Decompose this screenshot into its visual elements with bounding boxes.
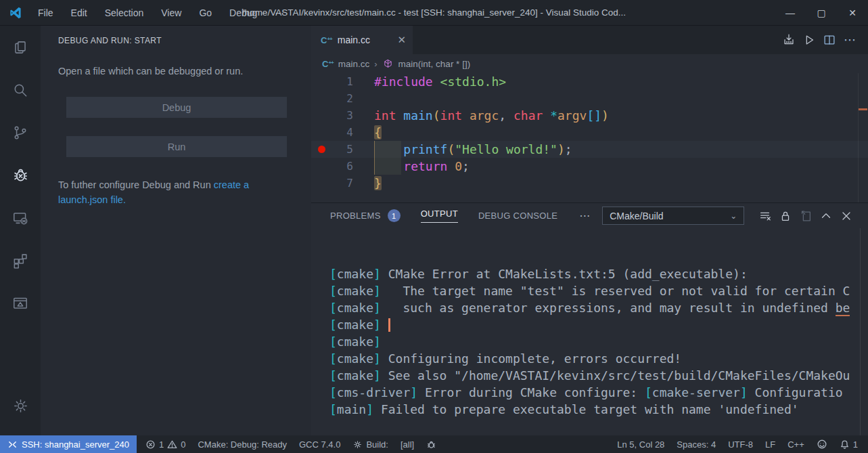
feedback-smiley-icon[interactable] — [810, 435, 833, 453]
build-button[interactable]: Build: — [346, 435, 394, 453]
open-output-in-editor-icon — [796, 206, 816, 226]
breadcrumb-file[interactable]: main.cc — [338, 59, 370, 69]
menu-go[interactable]: Go — [190, 0, 221, 25]
debug-button[interactable]: Debug — [66, 97, 287, 118]
cmake-tools-icon[interactable] — [0, 282, 41, 324]
indentation[interactable]: Spaces: 4 — [670, 435, 722, 453]
panel-tab-problems[interactable]: PROBLEMS1 — [330, 209, 401, 222]
code-line-5[interactable]: 5 printf("Hello world!"); — [311, 141, 868, 158]
maximize-button[interactable]: ▢ — [806, 0, 837, 25]
scroll-lock-icon[interactable] — [775, 206, 796, 226]
output-line: [cmake] — [329, 316, 868, 333]
cpp-file-icon: C++ — [322, 59, 334, 69]
code-line-6[interactable]: 6 return 0; — [311, 158, 868, 175]
problems-status[interactable]: 1 0 — [139, 435, 191, 453]
more-actions-icon[interactable]: ⋯ — [840, 30, 860, 50]
build-label: Build: — [366, 439, 388, 450]
run-and-debug-icon[interactable] — [0, 154, 41, 196]
gutter[interactable]: 7 — [311, 175, 353, 192]
tab-close-icon[interactable]: ✕ — [397, 34, 406, 46]
notifications-bell[interactable]: 1 — [833, 435, 864, 453]
gear-icon — [352, 439, 363, 450]
cpp-file-icon: C++ — [321, 35, 332, 45]
language-mode[interactable]: C++ — [781, 435, 810, 453]
bell-icon — [840, 439, 850, 450]
tab-bar: C++ main.cc ✕ ⋯ — [311, 26, 868, 54]
output-scrollbar[interactable] — [860, 228, 861, 435]
code-line-2[interactable]: 2 — [311, 90, 868, 107]
error-icon — [145, 439, 156, 450]
eol-sequence[interactable]: LF — [759, 435, 781, 453]
minimize-button[interactable]: — — [775, 0, 806, 25]
source-control-icon[interactable] — [0, 111, 41, 154]
output-line: [cms-driver] Error during CMake configur… — [329, 384, 868, 401]
code-line-7[interactable]: 7} — [311, 175, 868, 192]
gutter[interactable]: 3 — [311, 107, 353, 124]
bug-icon — [426, 439, 436, 450]
compiler-kit[interactable]: GCC 7.4.0 — [293, 435, 346, 453]
gutter[interactable]: 2 — [311, 90, 353, 107]
notification-count: 1 — [853, 439, 858, 450]
explorer-icon[interactable] — [0, 26, 41, 68]
build-target[interactable]: [all] — [394, 435, 420, 453]
output-line: [cmake] CMake Error at CMakeLists.txt:5 … — [329, 265, 868, 282]
output-line: [main] Failed to prepare executable targ… — [329, 401, 868, 418]
menu-file[interactable]: File — [29, 0, 62, 25]
search-icon[interactable] — [0, 68, 41, 111]
output-line: [cmake] Configuring incomplete, errors o… — [329, 350, 868, 367]
line-number: 3 — [346, 109, 353, 122]
remote-indicator[interactable]: SSH: shanghai_server_240 — [0, 435, 137, 453]
extensions-icon[interactable] — [0, 239, 41, 282]
gutter[interactable]: 1 — [311, 73, 353, 90]
breadcrumb-symbol[interactable]: main(int, char * []) — [398, 59, 471, 69]
maximize-panel-icon[interactable] — [816, 206, 836, 226]
run-button[interactable]: Run — [66, 136, 287, 157]
encoding[interactable]: UTF-8 — [722, 435, 759, 453]
build-install-icon[interactable] — [779, 30, 799, 50]
menu-view[interactable]: View — [152, 0, 190, 25]
error-marker — [859, 108, 867, 110]
panel-tab-output[interactable]: OUTPUT — [421, 209, 458, 223]
tab-main-cc[interactable]: C++ main.cc ✕ — [311, 26, 413, 54]
menu-edit[interactable]: Edit — [62, 0, 96, 25]
cmake-status[interactable]: CMake: Debug: Ready — [191, 435, 293, 453]
selected-channel: CMake/Build — [610, 211, 663, 221]
sidebar-footer: To futher configure Debug and Run create… — [58, 177, 294, 207]
run-file-icon[interactable] — [799, 30, 819, 50]
remote-explorer-icon[interactable] — [0, 196, 41, 239]
panel-tab-debug-console[interactable]: DEBUG CONSOLE — [478, 211, 557, 221]
menu-debug[interactable]: Debug — [221, 0, 266, 25]
code-editor[interactable]: 1#include <stdio.h>23int main(int argc, … — [311, 73, 868, 202]
overview-ruler[interactable] — [858, 73, 868, 202]
error-count: 1 — [159, 439, 164, 450]
line-number: 4 — [346, 126, 353, 139]
menu-more[interactable]: ⋯ — [266, 0, 293, 25]
settings-gear-icon[interactable] — [0, 385, 41, 427]
code-line-3[interactable]: 3int main(int argc, char *argv[]) — [311, 107, 868, 124]
symbol-method-icon — [382, 58, 394, 70]
gutter[interactable]: 4 — [311, 124, 353, 141]
menu-selection[interactable]: Selection — [96, 0, 153, 25]
cursor-position[interactable]: Ln 5, Col 28 — [611, 435, 670, 453]
problems-badge: 1 — [388, 209, 401, 222]
output-line: [cmake] such as generator expressions, a… — [329, 299, 868, 316]
code-line-1[interactable]: 1#include <stdio.h> — [311, 73, 868, 90]
close-panel-icon[interactable] — [836, 206, 856, 226]
split-editor-icon[interactable] — [819, 30, 840, 50]
gutter[interactable]: 5 — [311, 141, 353, 158]
code-line-4[interactable]: 4{ — [311, 124, 868, 141]
gutter[interactable]: 6 — [311, 158, 353, 175]
tab-label: main.cc — [338, 35, 370, 45]
breakpoint-dot[interactable] — [318, 146, 325, 153]
output-line: [cmake] See also "/home/VASTAI/kevinx/sr… — [329, 367, 868, 384]
clear-output-icon[interactable] — [755, 206, 775, 226]
panel-more-icon[interactable]: ⋯ — [579, 209, 590, 222]
vscode-logo — [9, 6, 22, 20]
line-number: 7 — [346, 177, 353, 190]
output-console[interactable]: [cmake] CMake Error at CMakeLists.txt:5 … — [311, 228, 868, 435]
output-channel-select[interactable]: CMake/Build ⌄ — [602, 207, 744, 225]
editor-actions: ⋯ — [779, 26, 868, 54]
debug-target-button[interactable] — [420, 435, 442, 453]
status-bar-right: Ln 5, Col 28 Spaces: 4 UTF-8 LF C++ 1 — [611, 435, 868, 453]
close-button[interactable]: ✕ — [837, 0, 868, 25]
